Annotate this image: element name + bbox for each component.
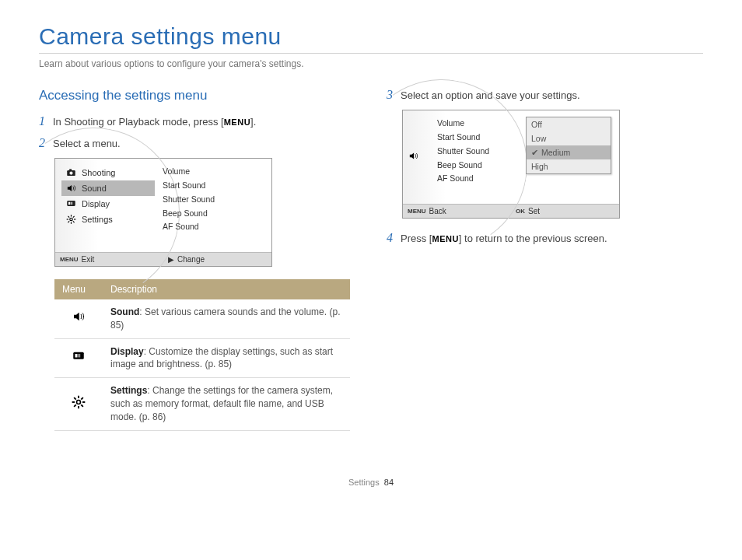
menu-item-label: Sound (82, 184, 107, 193)
menu-key-small: MENU (408, 208, 426, 215)
step-4: 4 Press [MENU] to return to the previous… (387, 231, 703, 245)
menu-key: MENU (432, 234, 458, 243)
step-number: 2 (39, 136, 53, 150)
footer-left: MENU Exit (55, 253, 163, 266)
display-icon (54, 338, 103, 378)
svg-rect-5 (70, 202, 72, 205)
check-icon: ✔ (531, 148, 538, 157)
lcd-right-panel: Volume Start Sound Shutter Sound Beep So… (155, 165, 264, 247)
svg-line-13 (68, 221, 69, 222)
desc-label: Display (110, 346, 144, 357)
footer-right: ▶ Change (163, 253, 271, 266)
step-2: 2 Select a menu. (39, 136, 355, 150)
svg-line-25 (74, 404, 76, 407)
play-icon: ▶ (168, 255, 174, 264)
lcd-footer: MENU Back OK Set (403, 204, 619, 218)
footer-left: MENU Back (403, 205, 511, 218)
submenu-item: AF Sound (437, 172, 489, 186)
step-number: 3 (387, 88, 401, 102)
step1-pre: In Shooting or Playback mode, press [ (53, 116, 224, 128)
desc-label: Sound (110, 306, 139, 317)
footer-left-label: Back (429, 207, 446, 215)
svg-rect-2 (69, 169, 72, 170)
submenu-item: Volume (163, 165, 264, 179)
sound-icon (65, 183, 77, 194)
menu-item-label: Display (82, 199, 110, 208)
submenu-item: Shutter Sound (437, 145, 489, 159)
submenu-item: Start Sound (163, 179, 264, 193)
description-table: Menu Description Sound: Set various came… (54, 279, 350, 431)
sound-icon (54, 299, 103, 338)
menu-item-label: Settings (82, 215, 113, 224)
page-number: 84 (384, 478, 394, 487)
lcd-screen-menu: Shooting Sound Display (54, 158, 272, 267)
svg-point-6 (69, 218, 72, 221)
lcd-submenu: Volume Start Sound Shutter Sound Beep So… (423, 117, 489, 199)
step-text: In Shooting or Playback mode, press [MEN… (53, 114, 256, 128)
popup-option-label: Medium (541, 148, 570, 157)
footer-right-label: Set (528, 207, 540, 215)
page-title: Camera settings menu (39, 23, 703, 50)
page-footer: Settings 84 (39, 478, 703, 487)
option-popup: Off Low ✔ Medium High (526, 117, 611, 174)
table-desc: Sound: Set various camera sounds and the… (103, 299, 350, 338)
svg-line-24 (81, 404, 83, 407)
table-row: Sound: Set various camera sounds and the… (54, 299, 350, 338)
gear-icon (54, 378, 103, 430)
menu-item-shooting: Shooting (61, 165, 155, 180)
submenu-item: Volume (437, 117, 489, 131)
submenu-item: Beep Sound (163, 207, 264, 221)
menu-item-sound: Sound (61, 180, 155, 196)
svg-point-18 (77, 400, 81, 404)
table-desc: Display: Customize the display settings,… (103, 338, 350, 378)
popup-option-low: Low (527, 131, 611, 145)
footer-right-label: Change (177, 255, 205, 264)
desc-label: Settings (110, 385, 147, 396)
menu-key: MENU (224, 117, 250, 127)
popup-option-medium: ✔ Medium (527, 145, 611, 159)
popup-option-off: Off (527, 117, 611, 131)
desc-text: : Customize the display settings, such a… (110, 346, 333, 370)
step-number: 1 (39, 114, 53, 128)
svg-rect-4 (68, 202, 70, 205)
svg-line-26 (81, 397, 83, 400)
step-text: Press [MENU] to return to the previous s… (401, 231, 607, 244)
menu-item-settings: Settings (61, 212, 155, 227)
submenu-item: Beep Sound (437, 159, 489, 173)
svg-line-14 (72, 216, 74, 218)
table-header-description: Description (103, 279, 350, 299)
title-rule (39, 53, 703, 54)
submenu-item: Start Sound (437, 131, 489, 145)
table-row: Display: Customize the display settings,… (54, 338, 350, 378)
intro-text: Learn about various options to configure… (39, 58, 703, 69)
ok-key: OK (516, 208, 525, 215)
lcd-screen-option: Volume Start Sound Shutter Sound Beep So… (402, 110, 620, 219)
step4-pre: Press [ (401, 233, 432, 244)
menu-item-label: Shooting (82, 168, 115, 177)
menu-item-display: Display (61, 196, 155, 212)
lcd-footer: MENU Exit ▶ Change (55, 252, 271, 266)
step-1: 1 In Shooting or Playback mode, press [M… (39, 114, 355, 128)
column-right: 3 Select an option and save your setting… (387, 88, 703, 431)
display-icon (65, 198, 77, 209)
gear-icon (65, 214, 77, 225)
sound-icon (408, 151, 419, 164)
desc-text: : Set various camera sounds and the volu… (110, 306, 340, 331)
step-text: Select a menu. (53, 136, 121, 149)
footer-label: Settings (348, 478, 380, 487)
svg-line-23 (74, 397, 76, 400)
lcd-left-panel: Shooting Sound Display (61, 165, 155, 247)
footer-left-label: Exit (82, 255, 95, 264)
step-3: 3 Select an option and save your setting… (387, 88, 703, 102)
section-heading: Accessing the settings menu (39, 88, 355, 103)
table-desc: Settings: Change the settings for the ca… (103, 378, 350, 430)
svg-rect-16 (75, 354, 78, 358)
svg-point-1 (69, 172, 72, 175)
camera-icon (65, 167, 77, 178)
step4-post: ] to return to the previous screen. (459, 233, 607, 244)
svg-line-12 (72, 221, 74, 222)
menu-key-small: MENU (60, 256, 79, 263)
submenu-item: Shutter Sound (163, 193, 264, 207)
step-number: 4 (387, 231, 401, 245)
svg-line-11 (68, 216, 69, 218)
